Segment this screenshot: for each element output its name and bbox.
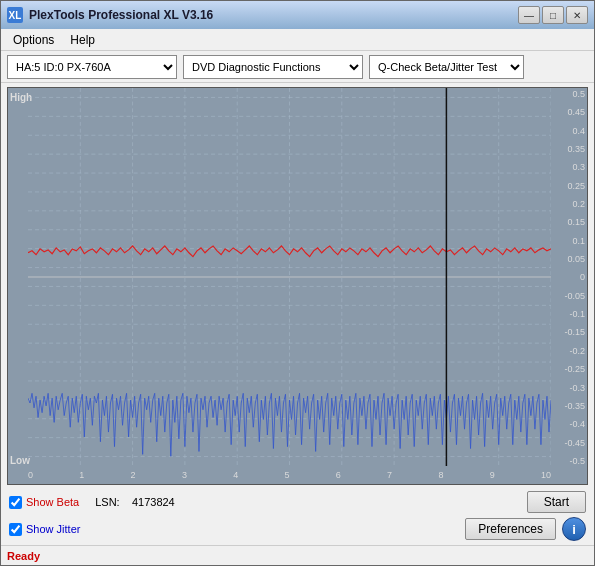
y-tick-0.35: 0.35 [564, 145, 585, 154]
bottom-row2-left: Show Jitter [9, 523, 80, 536]
function-select[interactable]: DVD Diagnostic Functions [183, 55, 363, 79]
show-jitter-checkbox[interactable] [9, 523, 22, 536]
status-text: Ready [7, 550, 40, 562]
preferences-button[interactable]: Preferences [465, 518, 556, 540]
y-tick-neg0.3: -0.3 [564, 384, 585, 393]
bottom-panel: Show Beta LSN: 4173824 Start Show Jitter… [1, 487, 594, 545]
maximize-button[interactable]: □ [542, 6, 564, 24]
y-tick-neg0.45: -0.45 [564, 439, 585, 448]
main-window: XL PlexTools Professional XL V3.16 — □ ✕… [0, 0, 595, 566]
drive-select[interactable]: HA:5 ID:0 PX-760A [7, 55, 177, 79]
y-tick-neg0.5: -0.5 [564, 457, 585, 466]
show-beta-checkbox[interactable] [9, 496, 22, 509]
bottom-left: Show Beta LSN: 4173824 [9, 496, 175, 509]
menu-options[interactable]: Options [5, 31, 62, 49]
y-tick-0.2: 0.2 [564, 200, 585, 209]
y-tick-neg0.1: -0.1 [564, 310, 585, 319]
toolbar: HA:5 ID:0 PX-760A DVD Diagnostic Functio… [1, 51, 594, 83]
y-tick-0.1: 0.1 [564, 237, 585, 246]
y-tick-0.45: 0.45 [564, 108, 585, 117]
bottom-row1: Show Beta LSN: 4173824 Start [9, 491, 586, 513]
y-tick-neg0.2: -0.2 [564, 347, 585, 356]
menu-help[interactable]: Help [62, 31, 103, 49]
show-beta-label: Show Beta [26, 496, 79, 508]
title-bar-left: XL PlexTools Professional XL V3.16 [7, 7, 213, 23]
close-button[interactable]: ✕ [566, 6, 588, 24]
y-tick-0: 0 [564, 273, 585, 282]
x-tick-6: 6 [336, 470, 341, 480]
status-bar: Ready [1, 545, 594, 565]
x-tick-10: 10 [541, 470, 551, 480]
x-tick-3: 3 [182, 470, 187, 480]
start-button[interactable]: Start [527, 491, 586, 513]
y-tick-neg0.15: -0.15 [564, 328, 585, 337]
x-tick-4: 4 [233, 470, 238, 480]
chart-background: High Low [8, 88, 587, 484]
y-tick-0.3: 0.3 [564, 163, 585, 172]
y-axis-labels: 0.5 0.45 0.4 0.35 0.3 0.25 0.2 0.15 0.1 … [564, 90, 585, 466]
y-tick-0.4: 0.4 [564, 127, 585, 136]
minimize-button[interactable]: — [518, 6, 540, 24]
window-title: PlexTools Professional XL V3.16 [29, 8, 213, 22]
x-axis-labels: 0 1 2 3 4 5 6 7 8 9 10 [28, 466, 551, 484]
info-button[interactable]: i [562, 517, 586, 541]
title-bar: XL PlexTools Professional XL V3.16 — □ ✕ [1, 1, 594, 29]
y-tick-0.05: 0.05 [564, 255, 585, 264]
show-jitter-label: Show Jitter [26, 523, 80, 535]
title-buttons: — □ ✕ [518, 6, 588, 24]
bottom-row2: Show Jitter Preferences i [9, 517, 586, 541]
y-tick-0.25: 0.25 [564, 182, 585, 191]
y-tick-neg0.35: -0.35 [564, 402, 585, 411]
x-tick-7: 7 [387, 470, 392, 480]
y-tick-0.15: 0.15 [564, 218, 585, 227]
menu-bar: Options Help [1, 29, 594, 51]
y-tick-neg0.05: -0.05 [564, 292, 585, 301]
chart-low-label: Low [10, 455, 30, 466]
x-tick-0: 0 [28, 470, 33, 480]
x-tick-9: 9 [490, 470, 495, 480]
show-jitter-checkbox-label[interactable]: Show Jitter [9, 523, 80, 536]
app-icon: XL [7, 7, 23, 23]
lsn-info: LSN: 4173824 [95, 496, 175, 508]
test-select[interactable]: Q-Check Beta/Jitter Test [369, 55, 524, 79]
x-tick-5: 5 [284, 470, 289, 480]
x-tick-1: 1 [79, 470, 84, 480]
bottom-row2-right: Preferences i [465, 517, 586, 541]
x-tick-2: 2 [131, 470, 136, 480]
y-tick-neg0.25: -0.25 [564, 365, 585, 374]
chart-area: High Low [7, 87, 588, 485]
show-beta-checkbox-label[interactable]: Show Beta [9, 496, 79, 509]
y-tick-0.5: 0.5 [564, 90, 585, 99]
chart-svg [28, 88, 551, 466]
y-tick-neg0.4: -0.4 [564, 420, 585, 429]
x-tick-8: 8 [438, 470, 443, 480]
